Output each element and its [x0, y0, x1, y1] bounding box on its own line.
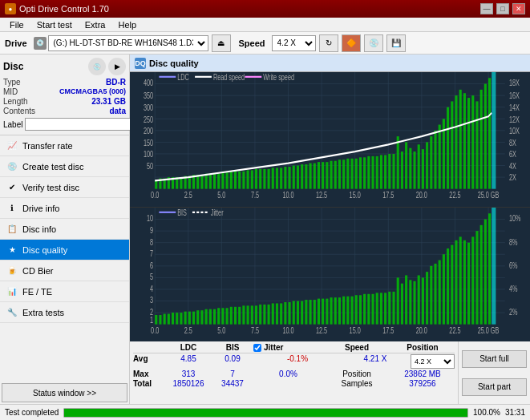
svg-text:12.5: 12.5 [316, 191, 327, 200]
svg-rect-242 [380, 293, 382, 324]
svg-rect-93 [314, 164, 316, 189]
svg-rect-128 [459, 90, 462, 189]
svg-rect-107 [371, 156, 374, 189]
svg-rect-213 [259, 304, 261, 324]
nav-fe-te[interactable]: 📊 FE / TE [0, 281, 129, 302]
cd-bier-icon: 🍺 [6, 265, 18, 277]
svg-rect-255 [434, 263, 436, 324]
svg-rect-67 [205, 174, 208, 189]
stats-col-speed: Speed [325, 343, 389, 352]
status-window-button[interactable]: Status window >> [2, 383, 127, 402]
stats-header: LDC BIS Jitter Speed Position [133, 343, 455, 353]
svg-rect-81 [263, 169, 265, 189]
nav-drive-info[interactable]: ℹ Drive info [0, 198, 129, 219]
svg-rect-232 [338, 297, 341, 325]
svg-rect-239 [367, 293, 370, 324]
disc-label-row: Label 🔍 [3, 117, 126, 131]
nav-cd-bier[interactable]: 🍺 CD Bier [0, 260, 129, 281]
svg-rect-65 [196, 175, 199, 188]
svg-rect-135 [488, 78, 491, 188]
menu-file[interactable]: File [3, 18, 30, 31]
max-position-value: 23862 MB [390, 370, 455, 378]
nav-create-test-disc[interactable]: 💿 Create test disc [0, 156, 129, 177]
stats-avg-row: Avg 4.85 0.09 -0.1% 4.21 X Max4.2 X8 X12… [133, 354, 455, 369]
svg-rect-104 [359, 157, 362, 188]
svg-rect-268 [488, 213, 491, 324]
svg-rect-133 [480, 90, 483, 189]
nav-transfer-rate[interactable]: 📈 Transfer rate [0, 135, 129, 156]
svg-text:10X: 10X [509, 127, 520, 136]
disc-icon2: ▶ [108, 58, 126, 75]
svg-rect-192 [172, 313, 174, 325]
start-part-button[interactable]: Start part [462, 378, 527, 396]
svg-text:2.5: 2.5 [184, 326, 192, 336]
stats-col-jitter: Jitter [253, 343, 323, 352]
drive-select[interactable]: (G:) HL-DT-ST BD-RE WH16NS48 1.D3 [48, 35, 208, 51]
disc-icon: 💿 [88, 58, 106, 75]
bottom-chart-svg: 10 9 8 7 6 5 4 3 2 1 10% 8% 6% 4% 2% [130, 208, 530, 342]
nav-verify-test-disc[interactable]: ✔ Verify test disc [0, 177, 129, 198]
disc-type-row: Type BD-R [3, 78, 126, 87]
svg-rect-97 [330, 161, 333, 189]
svg-text:4%: 4% [509, 284, 518, 293]
svg-rect-71 [221, 172, 224, 188]
svg-text:6: 6 [150, 260, 153, 270]
svg-rect-203 [217, 308, 220, 324]
svg-text:15.0: 15.0 [350, 326, 361, 336]
jitter-checkbox[interactable] [253, 344, 261, 352]
svg-rect-228 [322, 298, 324, 324]
svg-rect-134 [484, 84, 487, 189]
nav-disc-info[interactable]: 📋 Disc info [0, 219, 129, 240]
svg-rect-265 [475, 231, 478, 325]
svg-rect-252 [422, 277, 424, 324]
speed-select[interactable]: Max4.2 X8 X12 X [272, 35, 316, 51]
eject-button[interactable]: ⏏ [212, 34, 231, 52]
total-jitter-empty [253, 379, 323, 388]
nav-disc-quality[interactable]: ★ Disc quality [0, 240, 129, 260]
svg-rect-269 [492, 208, 496, 325]
menu-extra[interactable]: Extra [79, 18, 112, 31]
status-text: Test completed [5, 408, 59, 417]
nav-extra-tests-label: Extra tests [22, 308, 64, 317]
save-button[interactable]: 💾 [386, 34, 406, 52]
label-input[interactable] [25, 118, 131, 131]
refresh-button[interactable]: ↻ [319, 34, 338, 52]
svg-rect-76 [242, 172, 245, 189]
main-layout: Disc 💿 ▶ Type BD-R MID CMCMAGBA5 (000) L… [0, 55, 530, 404]
svg-rect-188 [155, 315, 157, 325]
nav-extra-tests[interactable]: 🔧 Extra tests [0, 302, 129, 323]
time-display: 31:31 [505, 408, 525, 417]
avg-speed-select[interactable]: Max4.2 X8 X12 X [411, 354, 455, 369]
max-jitter: 0.0% [253, 370, 323, 378]
settings-button[interactable]: 🔶 [342, 34, 361, 52]
svg-rect-66 [200, 175, 203, 188]
svg-text:7.5: 7.5 [251, 191, 259, 200]
svg-rect-190 [164, 313, 166, 324]
extra-tests-icon: 🔧 [6, 307, 18, 318]
svg-rect-61 [180, 177, 182, 189]
close-button[interactable]: ✕ [512, 3, 525, 14]
menu-start-test[interactable]: Start test [30, 18, 79, 31]
svg-text:4X: 4X [509, 162, 516, 172]
stats-max-row: Max 313 7 0.0% Position 23862 MB [133, 370, 455, 378]
svg-rect-116 [409, 148, 411, 189]
menu-help[interactable]: Help [111, 18, 143, 31]
disc-button[interactable]: 💿 [364, 34, 383, 52]
minimize-button[interactable]: — [480, 3, 493, 14]
svg-text:7.5: 7.5 [251, 326, 259, 336]
max-position-label: Position [325, 370, 389, 378]
svg-rect-206 [230, 306, 233, 324]
maximize-button[interactable]: □ [496, 3, 509, 14]
svg-rect-241 [376, 293, 378, 324]
svg-rect-108 [376, 156, 378, 189]
start-full-button[interactable]: Start full [462, 350, 527, 368]
svg-text:6%: 6% [509, 260, 518, 270]
right-panel: Start full Start part [458, 341, 530, 404]
fe-te-icon: 📊 [6, 286, 18, 297]
svg-rect-195 [184, 311, 187, 324]
type-value: BD-R [106, 78, 126, 87]
disc-contents-row: Contents data [3, 107, 126, 115]
svg-rect-77 [247, 170, 249, 188]
svg-rect-234 [346, 296, 349, 324]
svg-text:12.5: 12.5 [316, 326, 327, 336]
